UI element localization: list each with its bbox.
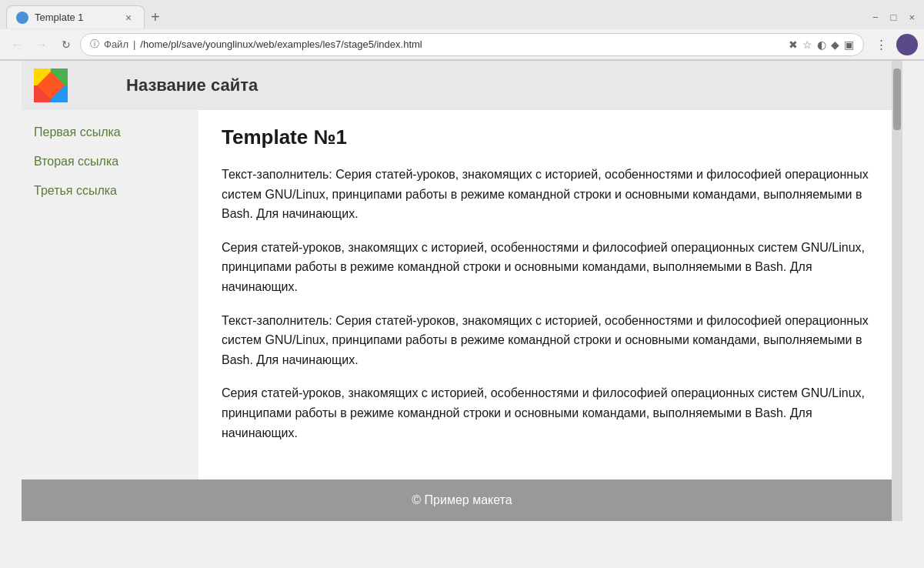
footer-text: © Пример макета: [412, 493, 512, 506]
main-heading: Template №1: [222, 125, 879, 149]
address-text: /home/pl/save/younglinux/web/examples/le…: [140, 38, 784, 50]
secure-indicator: ⓘ: [90, 38, 99, 51]
secure-label: Файл: [104, 38, 128, 50]
website-container: Название сайта Первая ссылка Вторая ссыл…: [22, 61, 902, 521]
nav-bar: ← → ↻ ⓘ Файл | /home/pl/save/younglinux/…: [0, 29, 924, 60]
site-main: Template №1 Текст-заполнитель: Серия ста…: [198, 110, 902, 479]
window-controls: − □ ×: [869, 12, 918, 23]
sidebar-link-2[interactable]: Вторая ссылка: [34, 155, 186, 169]
reload-button[interactable]: ↻: [55, 34, 77, 55]
tab-title: Template 1: [35, 12, 116, 23]
site-logo-icon: [34, 68, 68, 102]
minimize-button[interactable]: −: [869, 12, 882, 23]
forward-button[interactable]: →: [31, 34, 52, 55]
scrollbar[interactable]: [892, 61, 902, 521]
profile-avatar[interactable]: [896, 34, 918, 55]
tab-favicon: [16, 12, 28, 24]
sidebar-link-3[interactable]: Третья ссылка: [34, 184, 186, 198]
tab-bar: Template 1 × + − □ ×: [0, 0, 924, 29]
main-paragraph-2: Серия статей-уроков, знакомящих с истори…: [222, 238, 879, 297]
main-paragraph-3: Текст-заполнитель: Серия статей-уроков, …: [222, 311, 879, 370]
browser-outer: Название сайта Первая ссылка Вторая ссыл…: [0, 61, 924, 536]
main-paragraph-4: Серия статей-уроков, знакомящих с истори…: [222, 383, 879, 443]
browser-chrome: Template 1 × + − □ × ← → ↻ ⓘ Файл | /hom…: [0, 0, 924, 61]
site-sidebar: Первая ссылка Вторая ссылка Третья ссылк…: [22, 110, 198, 479]
close-window-button[interactable]: ×: [906, 12, 918, 23]
new-tab-button[interactable]: +: [151, 9, 160, 25]
sidebar-toggle-icon[interactable]: ▣: [844, 38, 854, 51]
site-footer: © Пример макета: [22, 479, 902, 521]
extensions-icon[interactable]: ◆: [831, 38, 839, 51]
sidebar-link-1[interactable]: Первая ссылка: [34, 125, 186, 139]
address-bar[interactable]: ⓘ Файл | /home/pl/save/younglinux/web/ex…: [80, 33, 864, 56]
more-options-button[interactable]: ⋮: [870, 34, 892, 55]
back-button[interactable]: ←: [6, 34, 28, 55]
site-header: Название сайта: [22, 61, 902, 110]
bookmark-icon[interactable]: ☆: [802, 38, 812, 51]
tab-close-button[interactable]: ×: [122, 12, 135, 24]
site-title: Название сайта: [126, 75, 258, 95]
translate-icon[interactable]: ◐: [817, 38, 826, 51]
site-body: Первая ссылка Вторая ссылка Третья ссылк…: [22, 110, 902, 479]
share-icon[interactable]: ✖: [789, 38, 798, 51]
main-paragraph-1: Текст-заполнитель: Серия статей-уроков, …: [222, 165, 879, 224]
nav-bar-right: ⋮: [870, 34, 918, 55]
active-tab[interactable]: Template 1 ×: [6, 5, 145, 28]
address-bar-icons: ✖ ☆ ◐ ◆ ▣: [789, 38, 854, 51]
address-separator: |: [133, 38, 135, 50]
restore-button[interactable]: □: [888, 12, 900, 23]
